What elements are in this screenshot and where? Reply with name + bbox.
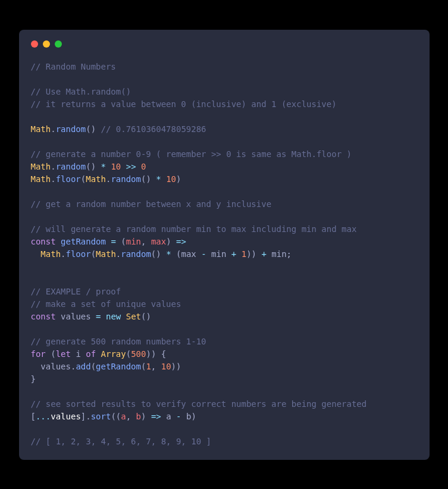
comment: // get a random number between x and y i… <box>31 199 272 209</box>
comment: // it returns a value between 0 (inclusi… <box>31 99 337 109</box>
comment: // generate 500 random numbers 1-10 <box>31 337 206 346</box>
comment: // generate a number 0-9 ( remember >> 0… <box>31 149 352 159</box>
class-ref: Math <box>31 124 51 134</box>
code-window: // Random Numbers // Use Math.random() /… <box>19 30 430 460</box>
comment: // [ 1, 2, 3, 4, 5, 6, 7, 8, 9, 10 ] <box>31 437 211 446</box>
comment: // Use Math.random() <box>31 87 131 96</box>
comment: // 0.7610360478059286 <box>101 124 206 134</box>
comment: // see sorted results to verify correct … <box>31 399 367 409</box>
keyword: const <box>31 237 56 246</box>
comment: // make a set of unique values <box>31 299 181 309</box>
comment: // will generate a random number min to … <box>31 224 357 234</box>
zoom-icon[interactable] <box>55 40 62 48</box>
minimize-icon[interactable] <box>43 40 50 48</box>
close-icon[interactable] <box>31 40 38 48</box>
comment: // EXAMPLE / proof <box>31 287 121 296</box>
code-block: // Random Numbers // Use Math.random() /… <box>31 61 418 448</box>
window-titlebar <box>31 40 418 48</box>
comment: // Random Numbers <box>31 62 116 71</box>
method: random <box>56 124 86 134</box>
